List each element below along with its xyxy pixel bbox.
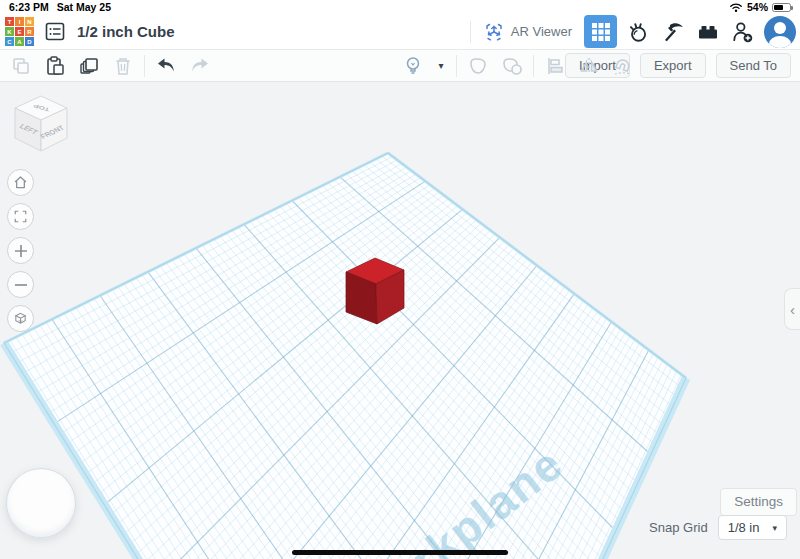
main-header: T I N K E R C A D 1/2 inch Cube xyxy=(0,14,800,50)
magnet-icon xyxy=(611,55,635,77)
show-all-dropdown[interactable]: ▾ xyxy=(434,60,448,71)
home-view-button[interactable] xyxy=(7,169,34,196)
perspective-toggle-button[interactable] xyxy=(7,305,34,332)
design-properties-button[interactable] xyxy=(41,18,69,46)
grid-view-button[interactable] xyxy=(584,15,617,48)
fit-view-icon xyxy=(13,209,28,224)
share-button[interactable] xyxy=(729,18,757,46)
zoom-in-button[interactable] xyxy=(7,237,34,264)
shapes-panel-handle[interactable]: ‹ xyxy=(784,288,800,330)
redo-icon xyxy=(189,55,211,77)
send-to-button[interactable]: Send To xyxy=(716,53,791,78)
group-button[interactable] xyxy=(465,53,491,79)
paste-icon xyxy=(44,55,66,77)
zoom-out-button[interactable] xyxy=(7,271,34,298)
show-all-button[interactable] xyxy=(400,53,426,79)
edit-toolbar: ▾ xyxy=(0,50,800,82)
pickaxe-icon xyxy=(661,20,685,44)
orbit-control[interactable] xyxy=(6,468,76,538)
tinkercad-logo[interactable]: T I N K E R C A D xyxy=(5,17,34,46)
home-indicator[interactable] xyxy=(292,550,508,556)
undo-button[interactable] xyxy=(153,53,179,79)
copy-icon xyxy=(10,55,32,77)
fit-view-button[interactable] xyxy=(7,203,34,230)
sim-lab-button[interactable] xyxy=(624,18,652,46)
paste-button[interactable] xyxy=(42,53,68,79)
divider xyxy=(456,55,457,77)
duplicate-button[interactable] xyxy=(76,53,102,79)
view-controls xyxy=(7,169,34,332)
chevron-left-icon: ‹ xyxy=(790,301,795,318)
bouncing-ball-icon xyxy=(626,20,650,44)
align-button[interactable] xyxy=(542,53,568,79)
status-bar: 6:23 PM Sat May 25 54% xyxy=(0,0,800,14)
grid-icon xyxy=(591,22,611,42)
magnet-button[interactable] xyxy=(610,53,636,79)
view-cube[interactable]: TOP LEFT FRONT xyxy=(9,91,73,157)
snap-grid-label: Snap Grid xyxy=(649,520,708,535)
avatar-body xyxy=(769,36,791,48)
undo-icon xyxy=(155,55,177,77)
date: Sat May 25 xyxy=(57,1,111,13)
export-bricks-button[interactable] xyxy=(694,18,722,46)
caret-down-icon: ▾ xyxy=(772,523,777,533)
duplicate-icon xyxy=(78,55,100,77)
ar-viewer-button[interactable]: AR Viewer xyxy=(478,21,577,43)
snap-grid-value: 1/8 in xyxy=(728,520,760,535)
ar-viewer-label: AR Viewer xyxy=(511,24,572,39)
lego-brick-icon xyxy=(696,20,720,44)
perspective-cube-icon xyxy=(12,310,29,327)
divider xyxy=(533,55,534,77)
tinkercad-app: Workplane 6:23 PM Sat May 25 54% T xyxy=(0,0,800,559)
battery-percent: 54% xyxy=(747,1,768,13)
home-icon xyxy=(12,174,29,191)
add-person-icon xyxy=(731,20,755,44)
redo-button[interactable] xyxy=(187,53,213,79)
clock: 6:23 PM xyxy=(9,1,49,13)
copy-button[interactable] xyxy=(8,53,34,79)
snap-grid-dropdown[interactable]: 1/8 in ▾ xyxy=(718,515,787,540)
trash-icon xyxy=(112,55,134,77)
list-icon xyxy=(44,21,66,42)
ar-icon xyxy=(483,21,505,43)
minus-icon xyxy=(14,278,28,292)
group-icon xyxy=(466,55,490,77)
plus-icon xyxy=(14,244,28,258)
export-blocks-button[interactable] xyxy=(659,18,687,46)
snap-grid-control: Snap Grid 1/8 in ▾ xyxy=(649,515,787,540)
align-icon xyxy=(544,55,566,77)
ungroup-button[interactable] xyxy=(499,53,525,79)
delete-button[interactable] xyxy=(110,53,136,79)
divider xyxy=(470,21,471,43)
design-title[interactable]: 1/2 inch Cube xyxy=(77,23,175,40)
3d-scene: Workplane xyxy=(0,0,800,559)
account-avatar[interactable] xyxy=(764,16,796,48)
mirror-button[interactable] xyxy=(576,53,602,79)
lightbulb-icon xyxy=(402,55,424,77)
wifi-icon xyxy=(729,2,743,13)
mirror-icon xyxy=(578,55,600,77)
divider xyxy=(144,55,145,77)
export-button[interactable]: Export xyxy=(640,53,706,78)
ungroup-icon xyxy=(500,55,524,77)
avatar-head xyxy=(774,22,786,34)
settings-button[interactable]: Settings xyxy=(720,488,797,516)
battery-icon xyxy=(772,3,791,12)
